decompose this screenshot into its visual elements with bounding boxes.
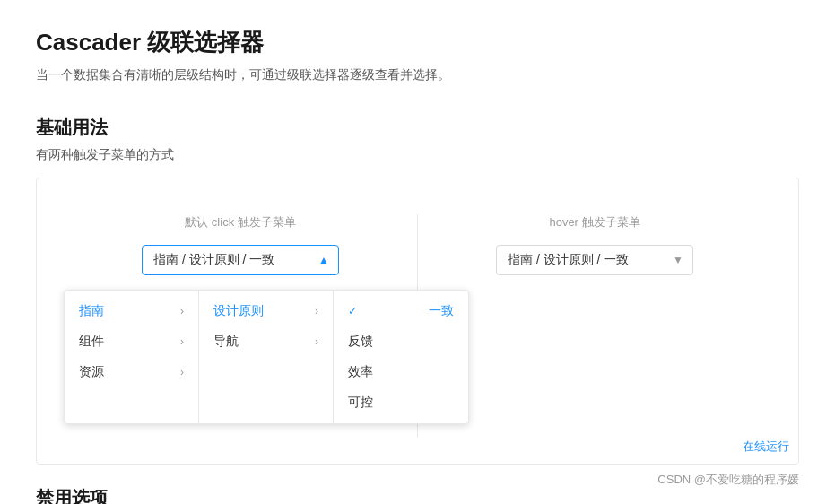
- arrow-icon-3: ›: [180, 366, 184, 378]
- arrow-icon-5: ›: [315, 335, 318, 348]
- disabled-section: 禁用选项: [36, 486, 799, 504]
- cascader-item-guide-label: 指南: [79, 303, 104, 319]
- col2-label: hover 触发子菜单: [549, 214, 639, 230]
- cascader-input-1-value: 指南 / 设计原则 / 一致: [153, 252, 274, 268]
- section-disabled-title: 禁用选项: [36, 486, 799, 504]
- cascader-panel-2: 设计原则 › 导航 ›: [199, 291, 334, 423]
- demo-col-hover: hover 触发子菜单 指南 / 设计原则 / 一致 ▼: [417, 214, 771, 437]
- cascader-item-consistent[interactable]: ✓ 一致: [334, 296, 468, 326]
- online-run-button[interactable]: 在线运行: [743, 439, 789, 455]
- page-title: Cascader 级联选择器: [36, 27, 799, 58]
- section-basic-desc: 有两种触发子菜单的方式: [36, 147, 799, 163]
- cascader-item-controllable-label: 可控: [348, 395, 373, 411]
- cascader-item-nav-label: 导航: [213, 334, 239, 350]
- cascader-item-efficiency-label: 效率: [348, 364, 373, 380]
- arrow-icon-4: ›: [315, 305, 318, 317]
- page-description: 当一个数据集合有清晰的层级结构时，可通过级联选择器逐级查看并选择。: [36, 67, 799, 83]
- cascader-item-component-label: 组件: [79, 334, 104, 350]
- arrow-icon-2: ›: [180, 335, 184, 348]
- chevron-up-icon: ▲: [318, 254, 329, 266]
- cascader-item-component[interactable]: 组件 ›: [65, 326, 198, 357]
- cascader-panel-1: 指南 › 组件 › 资源 ›: [65, 291, 199, 423]
- check-icon: ✓: [348, 305, 357, 317]
- col1-label: 默认 click 触发子菜单: [185, 214, 296, 230]
- cascader-input-1[interactable]: 指南 / 设计原则 / 一致 ▲: [142, 245, 339, 275]
- cascader-item-resource-label: 资源: [79, 364, 104, 380]
- cascader-item-guide[interactable]: 指南 ›: [65, 296, 198, 326]
- cascader-item-feedback-label: 反馈: [348, 334, 373, 350]
- cascader-item-controllable[interactable]: 可控: [334, 387, 468, 418]
- cascader-item-design-label: 设计原则: [213, 303, 264, 319]
- cascader-input-2[interactable]: 指南 / 设计原则 / 一致 ▼: [496, 245, 693, 275]
- cascader-panel-3: ✓ 一致 反馈 效率 可控: [334, 291, 468, 423]
- cascader-item-consistent-label: 一致: [429, 303, 454, 319]
- cascader-item-nav[interactable]: 导航 ›: [199, 326, 333, 357]
- cascader-dropdown: 指南 › 组件 › 资源 › 设计原则 › 导航 ›: [64, 290, 469, 424]
- cascader-item-resource[interactable]: 资源 ›: [65, 357, 198, 387]
- cascader-item-efficiency[interactable]: 效率: [334, 357, 468, 387]
- cascader-input-2-value: 指南 / 设计原则 / 一致: [508, 252, 629, 268]
- cascader-item-feedback[interactable]: 反馈: [334, 326, 468, 357]
- chevron-down-icon: ▼: [673, 254, 683, 266]
- demo-box: 默认 click 触发子菜单 指南 / 设计原则 / 一致 ▲ hover 触发…: [36, 178, 799, 465]
- arrow-icon: ›: [180, 305, 184, 317]
- cascader-item-design[interactable]: 设计原则 ›: [199, 296, 333, 326]
- csdn-watermark: CSDN @不爱吃糖的程序媛: [657, 472, 799, 488]
- section-basic-title: 基础用法: [36, 116, 799, 140]
